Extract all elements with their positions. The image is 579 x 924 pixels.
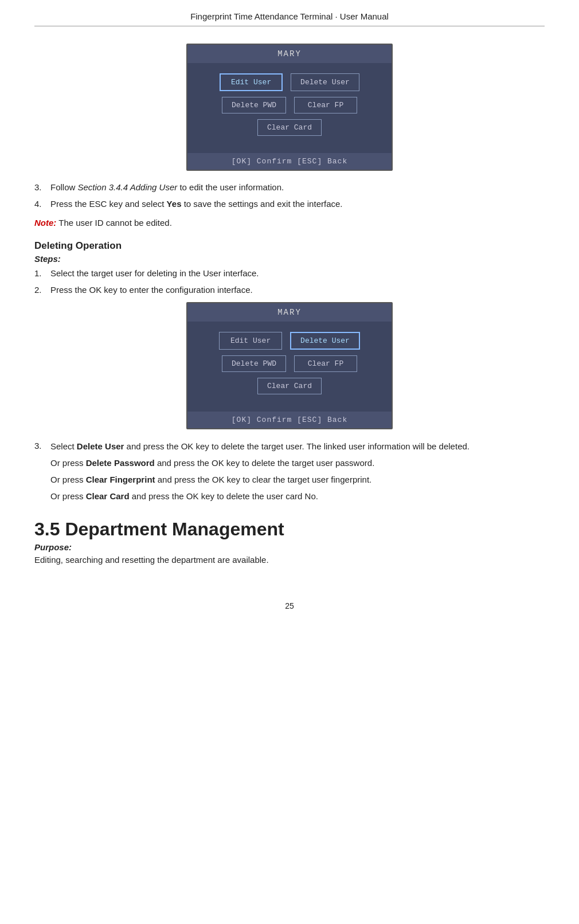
btn-delete-user-2[interactable]: Delete User: [290, 332, 360, 350]
del-step-1-text: Select the target user for deleting in t…: [50, 267, 259, 280]
yes-label: Yes: [167, 199, 182, 209]
delete-password-bold: Delete Password: [86, 458, 155, 468]
terminal-screen-1: MARY Edit User Delete User Delete PWD Cl…: [186, 44, 393, 171]
section-ref: Section 3.4.4 Adding User: [78, 182, 178, 192]
del-step-3-content: Select Delete User and press the OK key …: [50, 440, 470, 506]
note-label: Note:: [34, 218, 56, 228]
del-step-2: 2. Press the OK key to enter the configu…: [34, 284, 545, 297]
deleting-operation-section: Deleting Operation Steps: 1. Select the …: [34, 240, 545, 296]
terminal-row-1-3: Clear Card: [199, 119, 380, 136]
btn-edit-user-1[interactable]: Edit User: [220, 73, 283, 91]
del-para-2: Or press Delete Password and press the O…: [50, 456, 470, 470]
department-management-heading: 3.5 Department Management: [34, 519, 545, 540]
page-number: 25: [34, 601, 545, 610]
del-para-4: Or press Clear Card and press the OK key…: [50, 490, 470, 503]
btn-clear-card-1[interactable]: Clear Card: [257, 119, 322, 136]
step-list-del-3: 3. Select Delete User and press the OK k…: [34, 440, 545, 506]
step-item-3: 3. Follow Section 3.4.4 Adding User to e…: [34, 181, 545, 194]
terminal-footer-1: [OK] Confirm [ESC] Back: [187, 153, 392, 170]
del-step-2-text: Press the OK key to enter the configurat…: [50, 284, 253, 297]
terminal-screen-2: MARY Edit User Delete User Delete PWD Cl…: [186, 302, 393, 429]
terminal-title-2: MARY: [187, 303, 392, 322]
purpose-text: Editing, searching and resetting the dep…: [34, 553, 545, 567]
note-text: The user ID cannot be edited.: [58, 218, 172, 228]
terminal-footer-2: [OK] Confirm [ESC] Back: [187, 412, 392, 428]
purpose-label: Purpose:: [34, 542, 545, 552]
step-list-deleting: 1. Select the target user for deleting i…: [34, 267, 545, 296]
delete-user-bold: Delete User: [77, 441, 124, 451]
btn-delete-pwd-2[interactable]: Delete PWD: [222, 355, 286, 372]
del-para-3: Or press Clear Fingerprint and press the…: [50, 473, 470, 487]
del-para-1: Select Delete User and press the OK key …: [50, 440, 470, 453]
terminal-row-1-2: Delete PWD Clear FP: [199, 97, 380, 113]
btn-edit-user-2[interactable]: Edit User: [219, 332, 282, 350]
terminal-row-1-1: Edit User Delete User: [199, 73, 380, 91]
btn-clear-card-2[interactable]: Clear Card: [257, 378, 322, 394]
header-title: Fingerprint Time Attendance Terminal: [190, 11, 332, 21]
btn-delete-pwd-1[interactable]: Delete PWD: [222, 97, 286, 113]
clear-fingerprint-bold: Clear Fingerprint: [86, 475, 155, 484]
step-list-edit: 3. Follow Section 3.4.4 Adding User to e…: [34, 181, 545, 210]
note-line: Note: The user ID cannot be edited.: [34, 216, 545, 230]
btn-clear-fp-2[interactable]: Clear FP: [294, 355, 357, 372]
terminal-row-2-3: Clear Card: [199, 378, 380, 394]
terminal-row-2-1: Edit User Delete User: [199, 332, 380, 350]
deleting-step3: 3. Select Delete User and press the OK k…: [34, 440, 545, 506]
btn-delete-user-1[interactable]: Delete User: [291, 73, 359, 91]
clear-card-bold: Clear Card: [86, 491, 130, 501]
department-management-section: 3.5 Department Management Purpose: Editi…: [34, 519, 545, 567]
terminal-body-1: Edit User Delete User Delete PWD Clear F…: [187, 63, 392, 148]
terminal-row-2-2: Delete PWD Clear FP: [199, 355, 380, 372]
steps-label-deleting: Steps:: [34, 254, 545, 264]
terminal-title-1: MARY: [187, 45, 392, 63]
deleting-operation-heading: Deleting Operation: [34, 240, 545, 252]
header-dot: ·: [335, 11, 339, 21]
del-step-3: 3. Select Delete User and press the OK k…: [34, 440, 545, 506]
del-step-1: 1. Select the target user for deleting i…: [34, 267, 545, 280]
step-item-4: 4. Press the ESC key and select Yes to s…: [34, 198, 545, 211]
page-header: Fingerprint Time Attendance Terminal · U…: [34, 11, 545, 26]
terminal-body-2: Edit User Delete User Delete PWD Clear F…: [187, 322, 392, 407]
header-subtitle: User Manual: [340, 11, 389, 21]
btn-clear-fp-1[interactable]: Clear FP: [294, 97, 357, 113]
edit-user-steps: 3. Follow Section 3.4.4 Adding User to e…: [34, 181, 545, 230]
